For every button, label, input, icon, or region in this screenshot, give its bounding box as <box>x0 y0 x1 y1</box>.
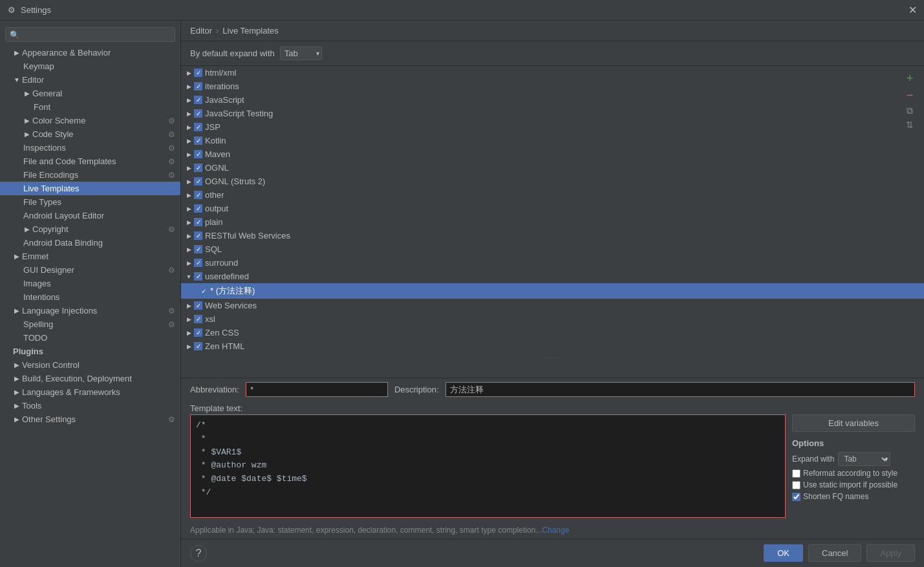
template-checkbox[interactable]: ✓ <box>194 272 202 281</box>
list-item[interactable]: ▶ ✓ JavaScript <box>181 93 924 107</box>
sidebar-item-emmet[interactable]: ▶ Emmet <box>0 250 180 263</box>
list-item[interactable]: ▶ ✓ Zen HTML <box>181 339 924 353</box>
list-item[interactable]: ▶ ✓ SQL <box>181 242 924 256</box>
abbreviation-input[interactable] <box>246 382 388 397</box>
list-item[interactable]: ▶ ✓ iterations <box>181 80 924 93</box>
description-input[interactable] <box>446 382 915 397</box>
template-checkbox[interactable]: ✓ <box>194 69 202 77</box>
sidebar-item-guidesigner[interactable]: GUI Designer ⚙ <box>0 263 180 277</box>
sidebar-item-fileencodings[interactable]: File Encodings ⚙ <box>0 168 180 182</box>
close-button[interactable]: ✕ <box>907 5 918 16</box>
template-checkbox[interactable]: ✓ <box>194 82 202 91</box>
group-label: plain <box>205 217 222 227</box>
group-label: iterations <box>205 81 239 91</box>
remove-button[interactable]: − <box>905 88 915 102</box>
sidebar-item-codestyle[interactable]: ▶ Code Style ⚙ <box>0 127 180 141</box>
applicable-change-link[interactable]: Change <box>542 526 569 535</box>
sidebar-item-androidlayout[interactable]: Android Layout Editor <box>0 209 180 222</box>
template-checkbox[interactable]: ✓ <box>194 315 202 323</box>
staticimport-checkbox[interactable] <box>792 481 800 489</box>
list-item[interactable]: ▶ ✓ Kotlin <box>181 134 924 147</box>
sidebar-item-languageinjections[interactable]: ▶ Language Injections ⚙ <box>0 304 180 317</box>
list-item[interactable]: ▶ ✓ JavaScript Testing <box>181 107 924 120</box>
add-button[interactable]: + <box>905 71 915 85</box>
list-item[interactable]: ▶ ✓ Web Services <box>181 299 924 312</box>
list-item-selected[interactable]: ✓ * (方法注释) <box>181 283 924 299</box>
list-item[interactable]: ▶ ✓ Maven <box>181 147 924 161</box>
ok-button[interactable]: OK <box>764 544 803 562</box>
sidebar-item-plugins[interactable]: Plugins <box>0 345 180 358</box>
options-title: Options <box>792 438 915 448</box>
list-item[interactable]: ▶ ✓ html/xml <box>181 66 924 80</box>
list-item[interactable]: ▶ ✓ plain <box>181 215 924 229</box>
expand-select[interactable]: Tab Enter Space <box>280 47 322 60</box>
sidebar-item-copyright[interactable]: ▶ Copyright ⚙ <box>0 222 180 236</box>
template-checkbox[interactable]: ✓ <box>194 109 202 118</box>
search-input[interactable] <box>22 30 171 39</box>
list-item[interactable]: ▶ ✓ JSP <box>181 120 924 134</box>
template-checkbox[interactable]: ✓ <box>194 259 202 267</box>
expand-icon: ▶ <box>13 375 21 383</box>
move-button[interactable]: ⇅ <box>905 119 915 131</box>
template-checkbox[interactable]: ✓ <box>194 231 202 240</box>
template-checkbox[interactable]: ✓ <box>194 218 202 226</box>
sidebar-item-general[interactable]: ▶ General <box>0 87 180 100</box>
sidebar-item-intentions[interactable]: Intentions <box>0 290 180 304</box>
template-checkbox[interactable]: ✓ <box>194 164 202 172</box>
options-expand-select[interactable]: Tab Enter Space <box>838 452 890 466</box>
template-checkbox[interactable]: ✓ <box>194 342 202 350</box>
sidebar-item-inspections[interactable]: Inspections ⚙ <box>0 141 180 155</box>
template-checkbox[interactable]: ✓ <box>194 328 202 337</box>
cancel-button[interactable]: Cancel <box>808 544 861 562</box>
sidebar-item-editor[interactable]: ▼ Editor <box>0 73 180 87</box>
copy-button[interactable]: ⧉ <box>905 105 915 116</box>
templates-list[interactable]: ▶ ✓ html/xml ▶ ✓ iterations ▶ ✓ JavaScri… <box>181 66 924 378</box>
shortenfq-checkbox[interactable] <box>792 493 800 501</box>
sidebar-item-androiddatabinding[interactable]: Android Data Binding <box>0 236 180 250</box>
apply-button[interactable]: Apply <box>866 544 915 562</box>
template-textarea[interactable]: /* * * $VAR1$ * @author wzm * @date $dat… <box>190 414 786 518</box>
list-item[interactable]: ▶ ✓ xsl <box>181 312 924 326</box>
sidebar-item-font[interactable]: Font <box>0 100 180 114</box>
sidebar-item-tools[interactable]: ▶ Tools <box>0 399 180 412</box>
sidebar-item-versioncontrol[interactable]: ▶ Version Control <box>0 358 180 372</box>
template-checkbox[interactable]: ✓ <box>194 191 202 199</box>
sidebar-item-languages[interactable]: ▶ Languages & Frameworks <box>0 385 180 399</box>
list-item[interactable]: ▶ ✓ other <box>181 188 924 202</box>
template-checkbox[interactable]: ✓ <box>194 123 202 131</box>
template-checkbox[interactable]: ✓ <box>194 245 202 253</box>
sidebar-item-livetemplates[interactable]: Live Templates <box>0 182 180 195</box>
list-item[interactable]: ▶ ✓ Zen CSS <box>181 326 924 339</box>
template-checkbox[interactable]: ✓ <box>194 204 202 213</box>
sidebar-item-build[interactable]: ▶ Build, Execution, Deployment <box>0 372 180 385</box>
sidebar-item-todo[interactable]: TODO <box>0 331 180 345</box>
sidebar-item-filecodetemplates[interactable]: File and Code Templates ⚙ <box>0 155 180 168</box>
expand-icon: ▶ <box>23 131 31 138</box>
sidebar-item-colorscheme[interactable]: ▶ Color Scheme ⚙ <box>0 114 180 127</box>
sidebar-item-spelling[interactable]: Spelling ⚙ <box>0 317 180 331</box>
template-checkbox[interactable]: ✓ <box>194 301 202 310</box>
edit-variables-button[interactable]: Edit variables <box>792 414 915 432</box>
help-button[interactable]: ? <box>190 545 207 562</box>
template-checkbox[interactable]: ✓ <box>194 136 202 145</box>
template-checkbox[interactable]: ✓ <box>194 177 202 186</box>
list-item[interactable]: ▼ ✓ userdefined <box>181 270 924 283</box>
search-box[interactable]: 🔍 <box>5 27 175 42</box>
reformat-checkbox[interactable] <box>792 469 800 478</box>
template-checkbox[interactable]: ✓ <box>199 287 208 295</box>
list-item[interactable]: ▶ ✓ surround <box>181 256 924 270</box>
template-checkbox[interactable]: ✓ <box>194 96 202 104</box>
sidebar-item-othersettings[interactable]: ▶ Other Settings ⚙ <box>0 412 180 426</box>
resize-handle[interactable]: · · · · · · · <box>181 353 924 363</box>
sidebar-item-keymap[interactable]: Keymap <box>0 59 180 73</box>
list-item[interactable]: ▶ ✓ OGNL <box>181 161 924 175</box>
options-expand-select-wrapper: Tab Enter Space ▾ <box>838 452 890 466</box>
list-item[interactable]: ▶ ✓ RESTful Web Services <box>181 229 924 242</box>
gear-icon: ⚙ <box>168 116 175 125</box>
sidebar-item-appearance[interactable]: ▶ Appearance & Behavior <box>0 46 180 59</box>
sidebar-item-filetypes[interactable]: File Types <box>0 195 180 209</box>
sidebar-item-images[interactable]: Images <box>0 277 180 290</box>
list-item[interactable]: ▶ ✓ OGNL (Struts 2) <box>181 175 924 188</box>
list-item[interactable]: ▶ ✓ output <box>181 202 924 215</box>
template-checkbox[interactable]: ✓ <box>194 150 202 158</box>
